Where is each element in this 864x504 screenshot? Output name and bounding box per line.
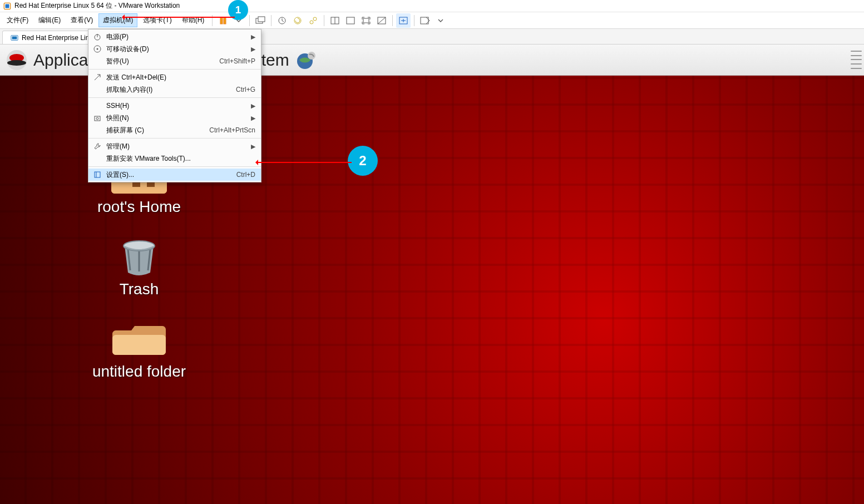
menu-separator: [88, 97, 261, 98]
vm-tab-label: Red Hat Enterprise Linux: [22, 34, 96, 42]
send-icon: [93, 73, 102, 82]
menu-separator: [88, 138, 261, 139]
dd-item-label: 捕获屏幕 (C): [106, 126, 205, 135]
view-console-button[interactable]: [343, 13, 358, 28]
unity-button[interactable]: [374, 13, 389, 28]
dd-item-label: 重新安装 VMware Tools(T)...: [106, 154, 255, 164]
svg-rect-2: [220, 17, 223, 24]
dd-item-pause[interactable]: 暂停(U) Ctrl+Shift+P: [88, 55, 261, 67]
svg-rect-5: [258, 17, 265, 22]
menu-vm[interactable]: 虚拟机(M): [98, 13, 137, 27]
svg-point-9: [313, 17, 317, 21]
view-single-button[interactable]: [328, 13, 342, 28]
panel-grip-icon: [851, 49, 862, 71]
snapshot-manager-button[interactable]: [306, 13, 320, 28]
dd-item-label: 抓取输入内容(I): [106, 85, 231, 95]
dd-item-grab[interactable]: 抓取输入内容(I) Ctrl+G: [88, 83, 261, 96]
svg-rect-19: [12, 36, 17, 39]
snapshot-take-button[interactable]: [275, 13, 289, 28]
vm-dropdown-menu: 电源(P) ▶ 可移动设备(D) ▶ 暂停(U) Ctrl+Shift+P 发送…: [88, 29, 261, 182]
desktop-icon-label: root's Home: [97, 198, 181, 216]
menu-help[interactable]: 帮助(H): [177, 13, 209, 27]
trash-icon: [111, 238, 167, 277]
stretch-guest-button[interactable]: [396, 13, 411, 28]
svg-rect-33: [95, 172, 100, 177]
toolbar-separator: [271, 15, 271, 26]
dd-item-accel: Ctrl+G: [236, 86, 255, 93]
desktop-icon-trash[interactable]: Trash: [67, 238, 211, 298]
vmware-app-icon: [3, 2, 11, 10]
chevron-right-icon: ▶: [251, 115, 255, 122]
toolbar-separator: [324, 15, 324, 26]
send-cad-button[interactable]: [253, 13, 268, 28]
dd-item-snapshot[interactable]: 快照(N) ▶: [88, 112, 261, 124]
toolbar-separator: [212, 15, 213, 26]
svg-point-22: [7, 60, 26, 66]
menubar: 文件(F) 编辑(E) 查看(V) 虚拟机(M) 选项卡(T) 帮助(H): [0, 12, 864, 29]
desktop-icon-untitled-folder[interactable]: untitled folder: [67, 320, 211, 381]
chevron-right-icon: ▶: [251, 46, 255, 53]
svg-rect-13: [363, 18, 369, 23]
desktop-icon-label: Trash: [120, 280, 159, 298]
svg-point-32: [96, 117, 98, 120]
toolbar-dropdown-button-2[interactable]: [433, 13, 448, 28]
folder-icon: [111, 320, 167, 359]
dd-item-removable[interactable]: 可移动设备(D) ▶: [88, 43, 261, 55]
chevron-right-icon: ▶: [251, 143, 255, 150]
dd-item-label: 暂停(U): [106, 57, 215, 66]
menu-edit[interactable]: 编辑(E): [34, 13, 65, 27]
vm-tab-icon: [11, 34, 18, 42]
toolbar-separator: [249, 15, 250, 26]
snapshot-icon: [93, 113, 102, 122]
snapshot-revert-button[interactable]: [290, 13, 305, 28]
toolbar-dropdown-button[interactable]: [231, 13, 246, 28]
menu-view[interactable]: 查看(V): [66, 13, 97, 27]
dd-item-accel: Ctrl+Alt+PrtScn: [209, 126, 255, 134]
dd-item-settings[interactable]: 设置(S)... Ctrl+D: [88, 169, 261, 181]
titlebar: Red Hat Enterprise Linux 5 64 位 - VMware…: [0, 0, 864, 12]
desktop-icon-label: untitled folder: [92, 363, 186, 381]
disc-icon: [93, 45, 102, 53]
pause-vm-button[interactable]: [216, 13, 230, 28]
dd-item-label: 管理(M): [106, 142, 246, 151]
toolbar-separator: [392, 15, 393, 26]
svg-point-30: [97, 48, 98, 50]
settings-icon: [93, 170, 102, 179]
svg-point-24: [308, 52, 315, 60]
fullscreen-button[interactable]: [359, 13, 373, 28]
dd-item-label: 快照(N): [106, 113, 246, 123]
dd-item-label: SSH(H): [106, 102, 246, 110]
menu-file[interactable]: 文件(F): [2, 13, 33, 27]
dd-item-send-cad[interactable]: 发送 Ctrl+Alt+Del(E): [88, 71, 261, 83]
svg-line-15: [378, 17, 386, 24]
toolbar-separator: [414, 15, 414, 26]
chevron-right-icon: ▶: [251, 33, 255, 41]
menu-separator: [88, 69, 261, 70]
dd-item-reinstall-tools[interactable]: 重新安装 VMware Tools(T)...: [88, 152, 261, 165]
dd-item-label: 电源(P): [106, 32, 246, 42]
dd-item-capture[interactable]: 捕获屏幕 (C) Ctrl+Alt+PrtScn: [88, 124, 261, 136]
svg-rect-1: [6, 4, 9, 8]
dd-item-accel: Ctrl+D: [236, 171, 255, 179]
chevron-right-icon: ▶: [251, 102, 255, 110]
svg-point-8: [310, 21, 313, 24]
svg-rect-12: [347, 17, 354, 24]
dd-item-accel: Ctrl+Shift+P: [219, 57, 255, 65]
globe-icon: [295, 49, 317, 71]
window-title: Red Hat Enterprise Linux 5 64 位 - VMware…: [14, 1, 180, 11]
redhat-icon: [6, 49, 28, 71]
dd-item-label: 发送 Ctrl+Alt+Del(E): [106, 73, 255, 82]
dd-item-manage[interactable]: 管理(M) ▶: [88, 140, 261, 152]
svg-rect-3: [224, 17, 226, 24]
power-icon: [93, 32, 102, 41]
dd-item-ssh[interactable]: SSH(H) ▶: [88, 100, 261, 112]
dd-item-label: 可移动设备(D): [106, 45, 246, 54]
wrench-icon: [93, 142, 102, 151]
svg-rect-31: [95, 116, 100, 121]
menu-separator: [88, 166, 261, 167]
cycle-multiple-monitors-button[interactable]: [418, 13, 432, 28]
dd-item-power[interactable]: 电源(P) ▶: [88, 31, 261, 43]
menu-tabs[interactable]: 选项卡(T): [139, 13, 176, 27]
dd-item-label: 设置(S)...: [106, 170, 232, 180]
